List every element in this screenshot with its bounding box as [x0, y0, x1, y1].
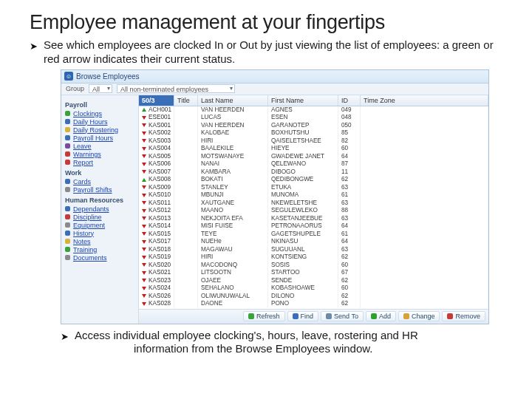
- table-row[interactable]: KAS014MISI FUISEPETRONAAORUS64: [139, 222, 488, 231]
- status-arrow-icon: [142, 302, 146, 306]
- table-row[interactable]: KAS003HIRIQAISELETSHAEE82: [139, 137, 488, 146]
- sidebar-item[interactable]: History: [65, 230, 134, 237]
- app-window: ☺ Browse Employees Group All All non-ter…: [61, 69, 489, 324]
- table-row[interactable]: KAS006NANAIQELEWANO87: [139, 160, 488, 168]
- sidebar: Payroll ClockingsDaily HoursDaily Roster…: [61, 95, 139, 324]
- sidebar-head-work: Work: [65, 169, 134, 177]
- sidebar-item[interactable]: Training: [65, 246, 134, 253]
- table-row[interactable]: ESE001LUCASESEN048: [139, 114, 488, 122]
- col-last[interactable]: Last Name: [198, 95, 268, 106]
- sidebar-item[interactable]: Equipment: [65, 222, 134, 229]
- table-row[interactable]: KAS024SEHALANOKOBASHOAWE60: [139, 284, 488, 293]
- filter-group-label: Group: [66, 85, 84, 92]
- table-row[interactable]: ACH001VAN HEERDENAGNES049: [139, 106, 488, 115]
- status-arrow-icon: [142, 178, 146, 182]
- sidebar-item[interactable]: Clockings: [65, 110, 134, 117]
- bullet-icon: ➤: [30, 41, 38, 52]
- send-icon: [326, 313, 332, 319]
- filter-view-dropdown[interactable]: All non-terminated employees: [117, 84, 235, 93]
- sidebar-item-icon: [65, 255, 70, 260]
- add-button[interactable]: Add: [366, 311, 396, 321]
- sidebar-item[interactable]: Payroll Shifts: [65, 186, 134, 194]
- col-id[interactable]: ID: [338, 95, 361, 106]
- col-tz[interactable]: Time Zone: [361, 95, 488, 106]
- sidebar-item[interactable]: Documents: [65, 254, 134, 262]
- sidebar-item-label: Daily Hours: [73, 118, 108, 126]
- sidebar-item[interactable]: Daily Hours: [65, 118, 134, 126]
- status-arrow-icon: [142, 287, 146, 290]
- table-row[interactable]: KAS026OLIWUNUWALALDILONO62: [139, 293, 488, 301]
- table-row[interactable]: KAS002KALOBAEBOXHUTSHU85: [139, 129, 488, 137]
- sidebar-item-icon: [65, 111, 70, 116]
- table-row[interactable]: KAS021LITSOOTNSTARTOO67: [139, 269, 488, 277]
- remove-button[interactable]: Remove: [442, 311, 485, 321]
- sidebar-item[interactable]: Dependants: [65, 205, 134, 213]
- sidebar-item[interactable]: Payroll Hours: [65, 134, 134, 142]
- table-row[interactable]: KAS028DAONEPONO62: [139, 300, 488, 308]
- grid-body[interactable]: ACH001VAN HEERDENAGNES049ESE001LUCASESEN…: [139, 106, 488, 309]
- table-row[interactable]: KAS009STANLEYETUKA63: [139, 184, 488, 192]
- count-badge: 50/3: [139, 95, 174, 106]
- refresh-icon: [248, 313, 254, 319]
- table-row[interactable]: KAS015TEYEGAGETSHUPELE61: [139, 231, 488, 239]
- status-arrow-icon: [142, 248, 146, 251]
- table-row[interactable]: KAS011XAUTGANENKEWELETSHE63: [139, 200, 488, 208]
- table-row[interactable]: KAS008BOKATIQEDIBONGWE62: [139, 176, 488, 184]
- col-title[interactable]: Title: [174, 95, 198, 106]
- table-row[interactable]: KAS020MACODONQSOSIS60: [139, 262, 488, 270]
- table-row[interactable]: KAS013NEKJOITA EFAKASETANJEEBUE63: [139, 215, 488, 223]
- sendto-button[interactable]: Send To: [321, 311, 364, 321]
- sidebar-item[interactable]: Warnings: [65, 151, 134, 158]
- bullet-bottom-text: Access individual employee clocking's, h…: [75, 329, 510, 357]
- sidebar-item-icon: [65, 179, 70, 184]
- table-row[interactable]: KAS017NUEHeNKINASU64: [139, 238, 488, 246]
- refresh-button[interactable]: Refresh: [243, 311, 285, 321]
- status-arrow-icon: [142, 147, 146, 151]
- find-button[interactable]: Find: [287, 311, 319, 321]
- sidebar-item-label: Warnings: [73, 151, 101, 158]
- sidebar-item-icon: [65, 143, 70, 149]
- sidebar-item[interactable]: Notes: [65, 238, 134, 245]
- status-arrow-icon: [142, 163, 146, 166]
- change-icon: [403, 313, 409, 319]
- grid-header: 50/3 Title Last Name First Name ID Time …: [139, 95, 488, 106]
- status-arrow-icon: [142, 225, 146, 228]
- table-row[interactable]: KAS001VAN HEERDENGARANOTEP050: [139, 122, 488, 130]
- table-row[interactable]: KAS023OJAEESENDE62: [139, 277, 488, 285]
- remove-icon: [447, 313, 453, 319]
- status-arrow-icon: [142, 240, 146, 244]
- sidebar-item-label: Report: [73, 159, 93, 166]
- status-arrow-icon: [142, 209, 146, 213]
- sidebar-item-label: Discipline: [73, 214, 102, 221]
- table-row[interactable]: KAS004BAALEKILEHIEYE60: [139, 145, 488, 153]
- sidebar-item-icon: [65, 239, 70, 244]
- sidebar-item-icon: [65, 187, 70, 192]
- sidebar-item-label: Clockings: [73, 110, 102, 117]
- sidebar-item-icon: [65, 214, 70, 219]
- sidebar-item[interactable]: Cards: [65, 178, 134, 185]
- sidebar-item-label: History: [73, 230, 94, 237]
- col-first[interactable]: First Name: [268, 95, 338, 106]
- change-button[interactable]: Change: [398, 311, 440, 321]
- table-row[interactable]: KAS007KAMBARADIBOGO11: [139, 168, 488, 177]
- sidebar-item[interactable]: Discipline: [65, 214, 134, 221]
- sidebar-item-label: Cards: [73, 178, 91, 185]
- sidebar-item[interactable]: Report: [65, 159, 134, 166]
- add-icon: [371, 313, 377, 319]
- status-arrow-icon: [142, 108, 146, 112]
- table-row[interactable]: KAS010MBUNJIMUNOMA61: [139, 191, 488, 200]
- sidebar-item-label: Leave: [73, 143, 92, 150]
- filter-group-dropdown[interactable]: All: [89, 84, 112, 93]
- sidebar-item-icon: [65, 160, 70, 165]
- sidebar-item-label: Payroll Shifts: [73, 186, 112, 194]
- sidebar-head-payroll: Payroll: [65, 101, 134, 109]
- table-row[interactable]: KAS019HIRIKONTSIENG62: [139, 253, 488, 262]
- status-arrow-icon: [142, 116, 146, 120]
- sidebar-item[interactable]: Daily Rostering: [65, 126, 134, 134]
- status-arrow-icon: [142, 194, 146, 197]
- app-icon: ☺: [64, 72, 73, 81]
- sidebar-item[interactable]: Leave: [65, 143, 134, 150]
- table-row[interactable]: KAS018MAGAWAUSUGUUANL63: [139, 246, 488, 254]
- table-row[interactable]: KAS005MOTSWANAYEGWADEWE JANET64: [139, 153, 488, 161]
- table-row[interactable]: KAS012MAANOSEGULEWLEKO88: [139, 207, 488, 215]
